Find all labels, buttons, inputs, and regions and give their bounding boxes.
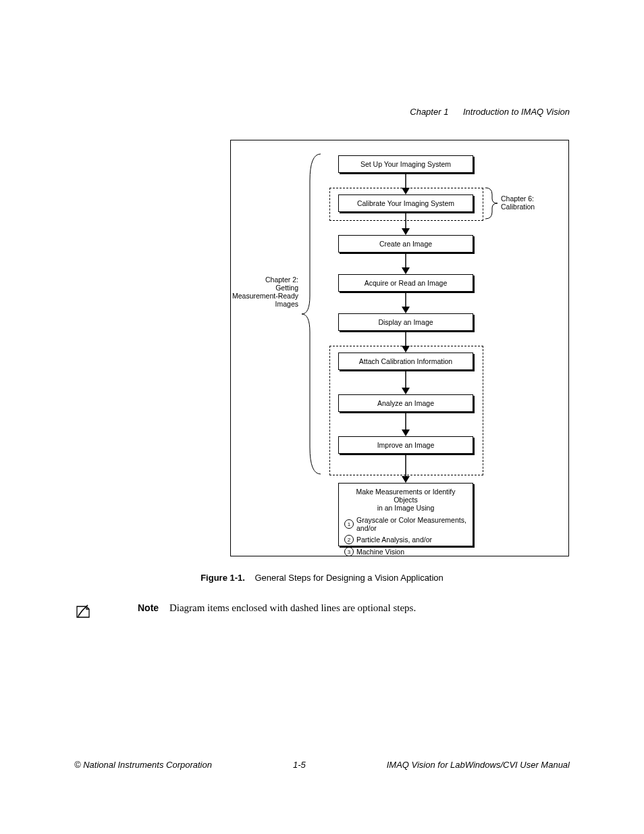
chapter6-label: Chapter 6: Calibration <box>501 194 535 211</box>
flowbox-improve: Improve an Image <box>338 436 473 454</box>
figure-caption: Figure 1-1. General Steps for Designing … <box>74 573 570 583</box>
chapter2-label-l4: Images <box>225 300 298 308</box>
note-label: Note <box>138 602 159 613</box>
flowbox-attach: Attach Calibration Information <box>338 353 473 370</box>
finalbox-row1: 1 Grayscale or Color Measurements, and/o… <box>344 516 467 532</box>
finalbox-row1-text: Grayscale or Color Measurements, and/or <box>356 516 467 532</box>
arrow-icon <box>401 331 410 353</box>
arrow-icon <box>401 292 410 313</box>
svg-marker-1 <box>402 188 410 194</box>
finalbox-title: Make Measurements or Identify Objects in… <box>344 488 467 512</box>
figure-title: General Steps for Designing a Vision App… <box>254 573 443 583</box>
left-brace-icon <box>302 154 329 474</box>
page-footer: © National Instruments Corporation 1-5 I… <box>74 760 570 770</box>
svg-marker-9 <box>402 346 410 353</box>
chapter2-label: Chapter 2: Getting Measurement-Ready Ima… <box>225 276 298 308</box>
flowbox-setup: Set Up Your Imaging System <box>338 155 473 173</box>
chapter6-label-l2: Calibration <box>501 203 535 211</box>
flowbox-analyze: Analyze an Image <box>338 394 473 412</box>
arrow-icon <box>401 212 410 235</box>
arrow-icon <box>401 412 410 436</box>
header-chapter: Chapter 1 <box>410 107 448 117</box>
svg-marker-7 <box>402 307 410 313</box>
svg-marker-15 <box>402 476 410 483</box>
note-body: Diagram items enclosed with dashed lines… <box>169 602 416 613</box>
header-title: Introduction to IMAQ Vision <box>463 107 570 117</box>
footer-copyright: © National Instruments Corporation <box>74 760 212 770</box>
flowbox-final: Make Measurements or Identify Objects in… <box>338 483 473 546</box>
arrow-icon <box>401 173 410 194</box>
finalbox-row2-text: Particle Analysis, and/or <box>356 536 432 544</box>
flowbox-create: Create an Image <box>338 235 473 253</box>
footer-doc-title: IMAQ Vision for LabWindows/CVI User Manu… <box>387 760 570 770</box>
chapter2-label-l3: Measurement-Ready <box>225 292 298 300</box>
circled-1-icon: 1 <box>344 519 354 529</box>
figure-number: Figure 1-1. <box>200 573 245 583</box>
arrow-icon <box>401 253 410 274</box>
chapter6-label-l1: Chapter 6: <box>501 194 535 203</box>
svg-marker-13 <box>402 429 410 436</box>
chapter2-label-l1: Chapter 2: <box>225 276 298 284</box>
flowbox-acquire: Acquire or Read an Image <box>338 274 473 292</box>
footer-page-number: 1-5 <box>293 760 306 770</box>
diagram-frame: Chapter 2: Getting Measurement-Ready Ima… <box>230 140 569 556</box>
flowbox-calibrate: Calibrate Your Imaging System <box>338 194 473 212</box>
finalbox-title-l2: in an Image Using <box>344 504 467 512</box>
arrow-icon <box>401 454 410 483</box>
note-text: Note Diagram items enclosed with dashed … <box>138 602 416 614</box>
finalbox-row2: 2 Particle Analysis, and/or <box>344 535 467 544</box>
svg-marker-5 <box>402 267 410 274</box>
finalbox-title-l1: Make Measurements or Identify Objects <box>344 488 467 504</box>
finalbox-row3-text: Machine Vision <box>356 548 404 556</box>
chapter2-label-l2: Getting <box>225 284 298 292</box>
flowbox-display: Display an Image <box>338 313 473 331</box>
note-row: Note Diagram items enclosed with dashed … <box>74 602 570 623</box>
circled-3-icon: 3 <box>344 547 354 556</box>
svg-marker-3 <box>402 228 410 235</box>
arrow-icon <box>401 370 410 394</box>
circled-2-icon: 2 <box>344 535 354 544</box>
note-icon <box>74 602 101 623</box>
page-header: Chapter 1 Introduction to IMAQ Vision <box>410 107 570 117</box>
finalbox-row3: 3 Machine Vision <box>344 547 467 556</box>
svg-marker-11 <box>402 388 410 394</box>
